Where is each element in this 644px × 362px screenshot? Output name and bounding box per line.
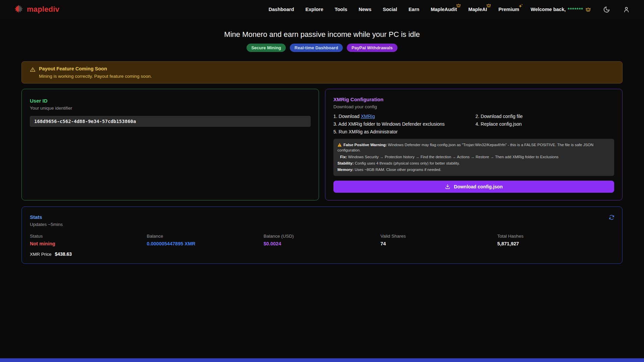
warning-line-4: Memory: Uses ~8GB RAM. Close other progr… xyxy=(337,167,610,172)
nav-social[interactable]: Social xyxy=(383,7,397,12)
crown-icon xyxy=(486,3,491,8)
page-title: Mine Monero and earn passive income whil… xyxy=(21,30,623,39)
download-icon xyxy=(445,184,450,189)
warning-triangle-filled-icon xyxy=(337,143,342,147)
payout-alert: Payout Feature Coming Soon Mining is wor… xyxy=(21,61,623,83)
cards-row: User ID Your unique identifier 168d9656-… xyxy=(21,89,623,200)
bottom-accent-bar xyxy=(0,358,644,362)
maple-leaf-icon xyxy=(13,4,24,15)
nav-premium-label: Premium xyxy=(498,7,519,12)
xmrig-card-subtitle: Download your config xyxy=(333,104,614,109)
nav-explore[interactable]: Explore xyxy=(306,7,323,12)
badge-realtime-dashboard: Real-time Dashboard xyxy=(290,44,343,52)
alert-message: Mining is working correctly. Payout feat… xyxy=(39,74,152,79)
download-config-button[interactable]: Download config.json xyxy=(333,181,614,193)
refresh-button[interactable] xyxy=(608,214,615,222)
warning-line-1: False Positive Warning: Windows Defender… xyxy=(337,142,610,153)
nav-earn[interactable]: Earn xyxy=(409,7,419,12)
nav-news[interactable]: News xyxy=(359,7,371,12)
metric-balance-usd: Balance (USD) $0.0024 xyxy=(264,234,380,246)
top-nav: maplediv Dashboard Explore Tools News So… xyxy=(0,0,644,19)
setup-step-3: 3. Add XMRig folder to Windows Defender … xyxy=(333,121,472,127)
main-content: Mine Monero and earn passive income whil… xyxy=(21,30,623,264)
masked-username: ******* xyxy=(568,7,584,12)
false-positive-warning: False Positive Warning: Windows Defender… xyxy=(333,139,614,176)
step-1-text: 1. Download xyxy=(333,114,361,119)
stats-metrics: Status Not mining Balance 0.000005447895… xyxy=(30,234,614,246)
xmrig-download-link[interactable]: XMRig xyxy=(361,114,375,119)
refresh-icon xyxy=(608,214,615,221)
warning-triangle-icon xyxy=(30,67,36,72)
account-button[interactable] xyxy=(622,5,631,14)
user-icon xyxy=(623,6,630,13)
crown-icon xyxy=(585,7,591,12)
xmr-price: XMR Price $438.63 xyxy=(30,251,614,257)
nav-mapleaudit[interactable]: MapleAudit xyxy=(431,7,457,12)
crown-icon xyxy=(456,3,461,8)
sparkles-icon xyxy=(518,3,523,9)
nav-links: Dashboard Explore Tools News Social Earn… xyxy=(269,5,631,14)
metric-balance: Balance 0.000005447895 XMR xyxy=(147,234,263,246)
nav-mapleai-label: MapleAI xyxy=(468,7,487,12)
xmrig-config-card: XMRig Configuration Download your config… xyxy=(325,89,623,200)
user-id-card: User ID Your unique identifier 168d9656-… xyxy=(21,89,319,200)
theme-toggle-button[interactable] xyxy=(602,5,611,14)
metric-status: Status Not mining xyxy=(30,234,147,246)
metric-total-hashes: Total Hashes 5,871,927 xyxy=(497,234,614,246)
user-id-card-title: User ID xyxy=(30,98,311,104)
warning-line-2: Fix: Windows Security → Protection histo… xyxy=(337,154,610,160)
badge-secure-mining: Secure Mining xyxy=(247,44,286,52)
setup-step-4: 4. Replace config.json xyxy=(476,121,614,127)
stats-card-subtitle: Updates ~5mins xyxy=(30,222,614,227)
user-id-card-subtitle: Your unique identifier xyxy=(30,106,311,111)
metric-valid-shares: Valid Shares 74 xyxy=(380,234,497,246)
nav-premium[interactable]: Premium xyxy=(498,7,519,12)
feature-badges: Secure Mining Real-time Dashboard PayPal… xyxy=(21,44,623,52)
stats-card: Stats Updates ~5mins Status Not mining B… xyxy=(21,206,623,264)
brand-name: maplediv xyxy=(27,5,59,14)
setup-step-2: 2. Download config file xyxy=(476,114,614,119)
download-button-label: Download config.json xyxy=(454,184,502,189)
brand-logo[interactable]: maplediv xyxy=(13,4,59,15)
badge-paypal-withdrawals: PayPal Withdrawals xyxy=(347,44,397,52)
setup-step-5: 5. Run XMRig as Administrator xyxy=(333,129,472,134)
nav-mapleaudit-label: MapleAudit xyxy=(431,7,457,12)
xmrig-card-title: XMRig Configuration xyxy=(333,97,614,102)
stats-card-title: Stats xyxy=(30,214,614,220)
alert-body: Payout Feature Coming Soon Mining is wor… xyxy=(39,66,152,79)
user-id-value[interactable]: 168d9656-c562-4d88-9e34-57cdb153860a xyxy=(30,116,311,127)
moon-icon xyxy=(603,6,610,13)
alert-title: Payout Feature Coming Soon xyxy=(39,66,152,71)
nav-tools[interactable]: Tools xyxy=(335,7,347,12)
setup-step-1: 1. Download XMRig xyxy=(333,114,472,119)
nav-mapleai[interactable]: MapleAI xyxy=(468,7,487,12)
setup-steps: 1. Download XMRig 2. Download config fil… xyxy=(333,114,614,134)
welcome-message: Welcome back, ******* xyxy=(531,7,591,12)
nav-dashboard[interactable]: Dashboard xyxy=(269,7,294,12)
welcome-text: Welcome back, xyxy=(531,7,566,12)
warning-line-3: Stability: Config uses 4 threads (physic… xyxy=(337,161,610,166)
